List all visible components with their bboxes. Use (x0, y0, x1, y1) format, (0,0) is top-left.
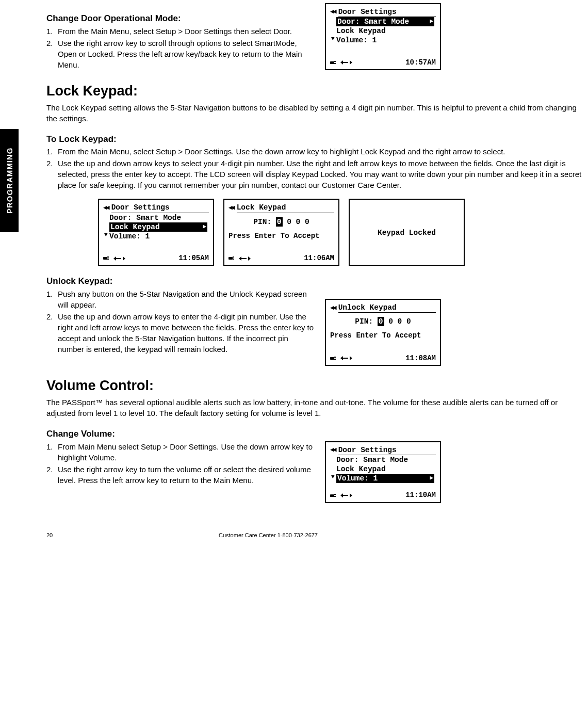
lcd-row: Volume: 1 (336, 36, 377, 44)
down-arrow-icon: ▼ (104, 232, 108, 239)
power-plug-icon (228, 256, 236, 261)
right-arrow-icon: ▶ (203, 223, 206, 231)
heading-to-lock-keypad: To Lock Keypad: (46, 133, 588, 146)
lcd-title: Lock Keypad (237, 203, 334, 213)
lcd-time: 11:06AM (304, 254, 334, 263)
lcd-time: 11:05AM (178, 254, 209, 263)
power-plug-icon (103, 256, 110, 261)
steps-unlock-keypad: 1.Push any button on the 5-Star Navigati… (46, 288, 315, 355)
nav-arrows-icon (340, 356, 350, 361)
step-text: Use the right arrow key to turn the volu… (58, 465, 311, 485)
lcd-door-settings-2: ◀◀Door Settings Door: Smart Mode Lock Ke… (98, 199, 214, 266)
power-plug-icon (330, 356, 337, 361)
lcd-time: 11:10AM (405, 491, 436, 500)
nav-arrows-icon (340, 60, 350, 65)
back-arrows-icon: ◀◀ (330, 304, 335, 312)
down-arrow-icon: ▼ (331, 474, 335, 481)
heading-lock-keypad: Lock Keypad: (46, 82, 588, 101)
heading-change-volume: Change Volume: (46, 428, 588, 440)
sidebar-tab-programming: PROGRAMMING (0, 129, 19, 232)
lcd-time: 10:57AM (405, 58, 436, 68)
footer-care-center: Customer Care Center 1-800-732-2677 (219, 532, 318, 539)
step-text: Use the right arrow key to scroll throug… (58, 39, 302, 69)
right-arrow-icon: ▶ (430, 18, 433, 25)
pin-digits-rest: 0 0 0 (384, 317, 411, 326)
nav-arrows-right-icon (350, 356, 352, 361)
lcd-selected-row: Lock Keypad▶ (109, 222, 207, 232)
nav-arrows-right-icon (350, 60, 352, 65)
lcd-message: Keypad Locked (378, 228, 436, 237)
lcd-title: Unlock Keypad (338, 303, 436, 313)
lcd-time: 11:08AM (405, 354, 436, 363)
heading-unlock-keypad: Unlock Keypad: (46, 275, 588, 287)
back-arrows-icon: ◀◀ (228, 204, 234, 212)
nav-arrows-icon (340, 493, 350, 498)
right-arrow-icon: ▶ (430, 475, 433, 482)
lcd-title: Door Settings (338, 7, 436, 17)
step-text: Push any button on the 5-Star Navigation… (58, 290, 307, 309)
steps-change-door-mode: 1. From the Main Menu, select Setup > Do… (46, 26, 315, 70)
lcd-lock-keypad-pin: ◀◀Lock Keypad PIN: 0 0 0 0 Press Enter T… (223, 199, 339, 266)
nav-arrows-icon (239, 256, 248, 261)
nav-arrows-right-icon (248, 256, 251, 261)
lcd-unlock-keypad: ◀◀Unlock Keypad PIN: 0 0 0 0 Press Enter… (325, 299, 441, 366)
nav-arrows-right-icon (350, 493, 352, 498)
lcd-title: Door Settings (111, 203, 209, 213)
lcd-selected-row: Door: Smart Mode▶ (336, 17, 434, 26)
lcd-door-settings-volume: ◀◀Door Settings Door: Smart Mode Lock Ke… (325, 441, 441, 503)
intro-lock-keypad: The Lock Keypad setting allows the 5-Sta… (46, 102, 585, 124)
nav-arrows-right-icon (123, 256, 125, 261)
step-text: From the Main Menu, select Setup > Door … (58, 27, 292, 36)
lcd-prompt: Press Enter To Accept (330, 331, 436, 341)
steps-change-volume: 1. From Main Menu select Setup > Door Se… (46, 441, 315, 486)
heading-change-door-mode: Change Door Operational Mode: (46, 12, 315, 25)
intro-volume-control: The PASSport™ has several optional audib… (46, 397, 585, 419)
power-plug-icon (330, 60, 337, 65)
lcd-door-settings-1: ◀◀Door Settings Door: Smart Mode▶ Lock K… (325, 3, 441, 70)
steps-to-lock-keypad: 1.From the Main Menu, select Setup > Doo… (46, 146, 585, 190)
lcd-prompt: Press Enter To Accept (228, 232, 334, 241)
back-arrows-icon: ◀◀ (330, 8, 335, 16)
step-text: From Main Menu select Setup > Door Setti… (58, 442, 313, 462)
lcd-keypad-locked: Keypad Locked (349, 199, 465, 266)
step-text: Use the up and down arrow keys to select… (58, 159, 581, 189)
lcd-row: Lock Keypad (330, 464, 436, 474)
down-arrow-icon: ▼ (331, 36, 335, 43)
page-number: 20 (46, 532, 219, 539)
pin-digit-selected: 0 (276, 217, 283, 227)
lcd-row: Volume: 1 (109, 232, 150, 240)
step-text: Use the up and down arrow keys to enter … (58, 312, 314, 354)
nav-arrows-icon (113, 256, 123, 261)
lcd-row: Door: Smart Mode (103, 213, 209, 222)
lcd-row: Lock Keypad (330, 26, 436, 36)
lcd-title: Door Settings (338, 445, 436, 455)
lcd-selected-row: Volume: 1▶ (336, 474, 434, 483)
back-arrows-icon: ◀◀ (103, 204, 108, 212)
pin-digit-selected: 0 (378, 317, 384, 326)
step-text: From the Main Menu, select Setup > Door … (58, 147, 505, 156)
back-arrows-icon: ◀◀ (330, 446, 335, 454)
lcd-row: Door: Smart Mode (330, 455, 436, 464)
lcd-pin-row: PIN: 0 0 0 0 (330, 317, 436, 326)
heading-volume-control: Volume Control: (46, 376, 588, 396)
lcd-pin-row: PIN: 0 0 0 0 (228, 217, 334, 227)
pin-digits-rest: 0 0 0 (283, 218, 309, 226)
power-plug-icon (330, 493, 337, 498)
